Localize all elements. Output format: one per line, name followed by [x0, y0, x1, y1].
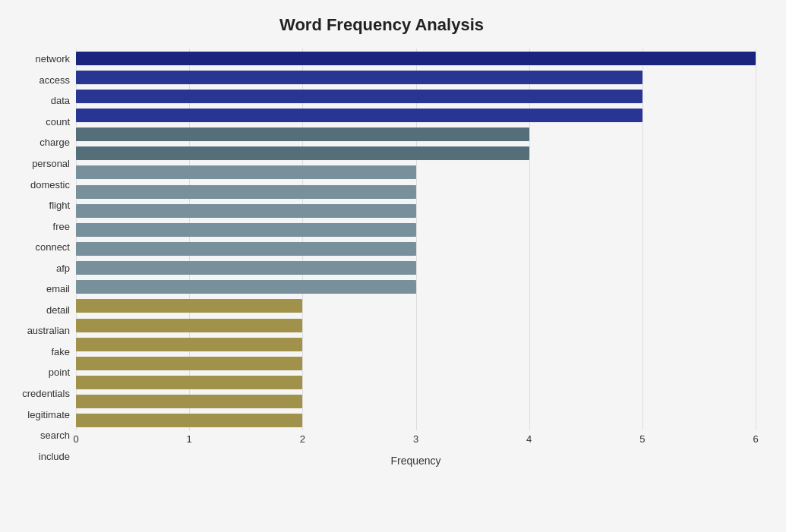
bar-row [76, 203, 756, 219]
y-label: point [49, 364, 70, 382]
bar [76, 242, 416, 256]
y-label: detail [46, 301, 70, 319]
bar [76, 338, 302, 351]
bar [76, 90, 642, 103]
bar-row [76, 374, 756, 391]
y-label: free [53, 217, 70, 235]
x-tick: 4 [526, 433, 532, 445]
bar [76, 357, 302, 370]
bar [76, 223, 416, 237]
bar [76, 414, 302, 427]
bar [76, 146, 529, 160]
bar-row [76, 279, 756, 295]
y-label: personal [32, 155, 70, 173]
bar [76, 395, 302, 408]
bar-row [76, 260, 756, 276]
x-tick: 3 [413, 433, 418, 445]
y-label: include [39, 447, 70, 465]
y-axis: networkaccessdatacountchargepersonaldome… [8, 49, 76, 467]
bar [76, 376, 302, 389]
chart-container: Word Frequency Analysis networkaccessdat… [0, 0, 786, 532]
bar-row [76, 145, 756, 162]
bar-row [76, 297, 756, 314]
bar-row [76, 412, 756, 429]
y-label: charge [39, 134, 70, 152]
chart-area: networkaccessdatacountchargepersonaldome… [8, 49, 756, 467]
bar [76, 185, 416, 199]
y-label: email [46, 280, 70, 298]
bar-row [76, 355, 756, 372]
bar-row [76, 222, 756, 238]
bar-row [76, 164, 756, 181]
bar [76, 71, 642, 84]
y-label: search [40, 427, 70, 445]
bars-and-x: 0123456 Frequency [76, 49, 756, 467]
y-label: fake [51, 342, 70, 360]
bar [76, 165, 416, 179]
x-tick: 6 [753, 433, 758, 445]
bars-area [76, 49, 756, 430]
bar [76, 299, 302, 313]
bar-row [76, 107, 756, 124]
bar-row [76, 88, 756, 105]
y-label: connect [35, 238, 70, 257]
bar-row [76, 184, 756, 200]
y-label: access [39, 71, 70, 89]
bar [76, 109, 642, 122]
y-label: credentials [22, 385, 70, 403]
bar [76, 127, 529, 141]
bar-row [76, 126, 756, 143]
x-axis: 0123456 [76, 430, 756, 453]
bar-row [76, 50, 756, 67]
x-tick: 2 [300, 433, 305, 445]
y-label: legitimate [27, 405, 70, 423]
x-tick: 0 [73, 433, 78, 445]
y-label: count [46, 112, 70, 131]
y-label: afp [56, 259, 70, 277]
chart-title: Word Frequency Analysis [8, 15, 756, 35]
bar [76, 319, 302, 332]
bar-row [76, 336, 756, 353]
y-label: domestic [30, 175, 70, 194]
bar [76, 261, 416, 275]
x-tick: 5 [639, 433, 645, 445]
bar [76, 280, 416, 294]
bar [76, 204, 416, 218]
bar [76, 52, 756, 65]
y-label: data [51, 92, 70, 110]
bars-rows [76, 49, 756, 430]
y-label: flight [49, 197, 70, 215]
y-label: network [35, 50, 70, 68]
bar-row [76, 317, 756, 334]
x-axis-label: Frequency [76, 455, 756, 467]
y-label: australian [27, 322, 70, 340]
grid-line [756, 49, 756, 430]
bar-row [76, 393, 756, 410]
bar-row [76, 241, 756, 257]
x-tick: 1 [187, 433, 192, 445]
bar-row [76, 69, 756, 86]
